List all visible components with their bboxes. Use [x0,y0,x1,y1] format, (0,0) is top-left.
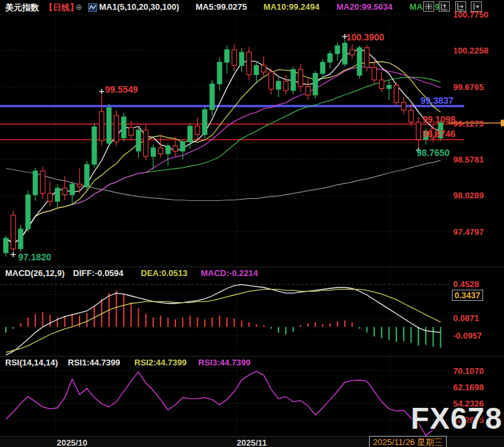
price-axis-label: 98.5781 [453,155,484,164]
ma20-value: MA20:99.5034 [336,2,393,12]
price-axis-label: 100.2258 [453,46,488,55]
macd-name-label: MACD(26,12,9) [5,268,65,278]
zoom-vertical-icon[interactable] [439,1,450,12]
macd-axis-label: 0.0871 [453,313,479,323]
ma-group-label: MA1(5,10,20,30,100) [99,2,179,12]
chart-type-icon[interactable] [88,3,97,11]
current-date-box: 2025/11/26 星期三 [369,436,447,447]
macd-axis-label: 0.4528 [453,279,479,289]
ma10-value: MA10:99.2494 [263,2,319,12]
price-axis-label: 99.6765 [453,82,484,92]
price-axis-label: 97.4797 [453,227,484,237]
rsi-axis-label: 70.1070 [453,366,484,376]
rsi-axis-label: 62.1698 [453,382,484,392]
time-tick-october: 2025/10 [57,438,87,447]
price-axis-label: 98.0289 [453,191,484,200]
rsi1-value: RSI1:44.7399 [68,358,120,367]
macd-axis-label: -0.0957 [453,331,482,341]
price-axis-label: 99.1273 [453,119,484,129]
rsi3-value: RSI3:44.7399 [198,358,250,367]
red-level-2-label: 98.8746 [422,129,456,139]
annotation-period-low: 97.1820 [18,252,52,262]
candlestick-chart-canvas[interactable] [0,0,504,447]
fx678-watermark: FX678 [411,401,503,436]
crosshair-icon[interactable] [423,1,434,12]
macd-axis-label: 0.3437 [452,290,483,301]
price-axis-label: 100.7750 [453,10,488,20]
ma5-value: MA5:99.0275 [196,2,247,12]
macd-dea-value: DEA:0.0513 [141,268,188,278]
time-tick-november: 2025/11 [237,438,267,447]
macd-diff-value: DIFF:-0.0594 [73,268,123,278]
add-indicator-icon[interactable]: ⊕ [76,3,82,12]
rsi-name-label: RSI(14,14,14) [5,358,58,367]
blue-level-label: 99.3837 [421,95,454,106]
annotation-top-high: 100.3900 [346,32,384,42]
annotation-recent-low: 98.7650 [417,147,450,158]
period-label: 【日线】 [44,2,78,14]
rsi2-value: RSI2:44.7399 [134,358,186,367]
instrument-title: 美元指数 [5,2,39,14]
time-axis: 2025/10 2025/11 2025/11/26 星期三 [0,436,504,447]
red-level-1-label: 99.1098 [422,114,456,125]
trading-chart-window: 美元指数 【日线】 ⊕ MA1(5,10,20,30,100) MA5:99.0… [0,0,504,447]
macd-value: MACD:-0.2214 [201,268,258,278]
annotation-swing-high: 99.5549 [105,84,138,95]
